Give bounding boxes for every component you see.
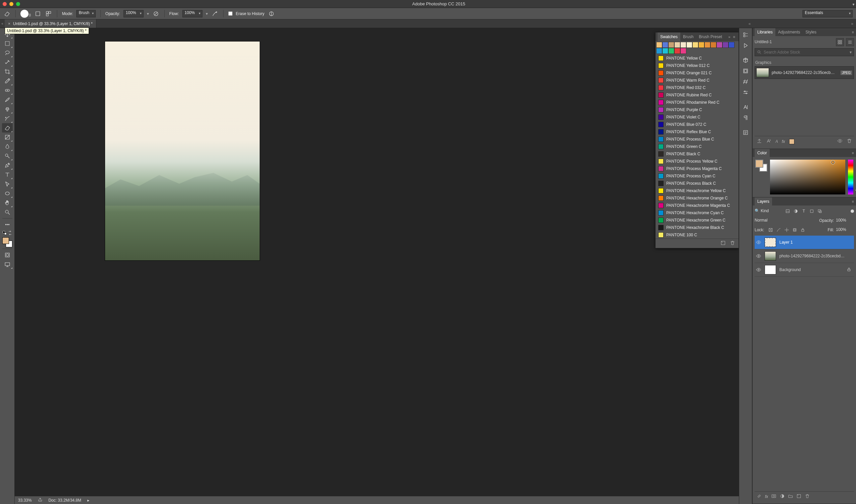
lock-all-icon[interactable] bbox=[800, 227, 806, 233]
swatch-chip[interactable] bbox=[698, 42, 705, 48]
mode-select[interactable]: Brush bbox=[76, 10, 95, 17]
lasso-tool[interactable] bbox=[2, 48, 13, 57]
minimize-window[interactable] bbox=[10, 2, 13, 6]
swatch-chip[interactable] bbox=[674, 48, 680, 54]
lock-icon[interactable] bbox=[846, 267, 851, 273]
hand-tool[interactable] bbox=[2, 198, 13, 208]
swatch-chip[interactable] bbox=[710, 42, 716, 48]
actions-panel-icon[interactable] bbox=[741, 41, 750, 50]
dodge-tool[interactable] bbox=[2, 151, 13, 161]
share-icon[interactable] bbox=[38, 497, 42, 503]
swatch-item[interactable]: PANTONE Process Blue C bbox=[656, 136, 738, 143]
swatch-chip[interactable] bbox=[680, 42, 686, 48]
tab-brush[interactable]: Brush bbox=[680, 33, 696, 41]
filter-toggle[interactable] bbox=[851, 210, 854, 213]
library-visibility-icon[interactable] bbox=[837, 138, 843, 145]
panel-collapse-left[interactable]: « bbox=[749, 21, 751, 26]
edit-toolbar[interactable] bbox=[2, 220, 13, 229]
tab-handle[interactable]: « bbox=[0, 22, 5, 25]
swatch-item[interactable]: PANTONE Process Cyan C bbox=[656, 172, 738, 180]
history-panel-icon[interactable] bbox=[741, 30, 750, 39]
layer-fill-select[interactable]: 100% bbox=[836, 226, 854, 234]
swatch-item[interactable]: PANTONE Hexachrome Orange C bbox=[656, 195, 738, 202]
swatch-item[interactable]: PANTONE Process Black C bbox=[656, 180, 738, 187]
layer-opacity-select[interactable]: 100% bbox=[836, 217, 854, 224]
swatches-list[interactable]: PANTONE Yellow CPANTONE Yellow 012 CPANT… bbox=[656, 55, 738, 239]
add-layer-style-icon[interactable]: fx bbox=[782, 139, 785, 144]
swatch-item[interactable]: PANTONE Red 032 C bbox=[656, 84, 738, 91]
swatch-item[interactable]: PANTONE Hexachrome Cyan C bbox=[656, 209, 738, 217]
airbrush-icon[interactable] bbox=[211, 10, 218, 17]
swatch-chip[interactable] bbox=[716, 42, 723, 48]
layer-name[interactable]: photo-1429279684222-2c35cecbd… bbox=[779, 254, 853, 258]
add-graphic-icon[interactable] bbox=[756, 138, 762, 145]
notes-panel-icon[interactable] bbox=[741, 128, 750, 137]
add-color-icon[interactable] bbox=[789, 139, 795, 144]
history-brush-tool[interactable] bbox=[2, 114, 13, 123]
tab-styles[interactable]: Styles bbox=[803, 28, 819, 36]
lock-transparent-icon[interactable] bbox=[768, 227, 774, 233]
swatch-chip[interactable] bbox=[656, 48, 662, 54]
swatch-chip[interactable] bbox=[662, 48, 668, 54]
marquee-tool[interactable] bbox=[2, 39, 13, 48]
healing-brush-tool[interactable] bbox=[2, 86, 13, 95]
swatch-item[interactable]: PANTONE Process Yellow C bbox=[656, 158, 738, 165]
swatch-chip[interactable] bbox=[686, 42, 692, 48]
list-view-icon[interactable] bbox=[846, 38, 854, 46]
delete-layer-icon[interactable] bbox=[805, 493, 810, 500]
swatch-chip[interactable] bbox=[662, 42, 668, 48]
eraser-tool[interactable] bbox=[2, 123, 13, 132]
opacity-select[interactable]: 100% bbox=[124, 10, 144, 17]
flow-select[interactable]: 100% bbox=[182, 10, 202, 17]
swatch-item[interactable]: PANTONE Orange 021 C bbox=[656, 69, 738, 77]
visibility-icon[interactable] bbox=[756, 267, 761, 272]
adjustments-panel-icon[interactable] bbox=[741, 88, 750, 97]
status-more-icon[interactable]: ▸ bbox=[87, 498, 89, 503]
swatch-item[interactable]: PANTONE Green C bbox=[656, 143, 738, 150]
character-panel-icon[interactable] bbox=[741, 103, 750, 112]
brush-picker-icon[interactable] bbox=[34, 10, 41, 17]
color-field[interactable] bbox=[770, 160, 845, 195]
3d-panel-icon[interactable] bbox=[741, 56, 750, 65]
swatch-item[interactable]: PANTONE 100 C bbox=[656, 231, 738, 239]
tab-layers[interactable]: Layers bbox=[755, 197, 772, 205]
color-swatch-pair[interactable] bbox=[755, 160, 767, 195]
swatch-chip[interactable] bbox=[656, 42, 662, 48]
filter-type-select[interactable]: 🔍 Kind bbox=[755, 208, 781, 215]
filter-shape-icon[interactable] bbox=[809, 208, 815, 214]
panel-collapse-icon[interactable]: » bbox=[727, 35, 732, 39]
visibility-icon[interactable] bbox=[756, 240, 761, 245]
panel-menu-icon[interactable]: ≡ bbox=[732, 35, 736, 39]
layer-name[interactable]: Background bbox=[779, 267, 843, 272]
search-input[interactable] bbox=[764, 50, 848, 55]
swatch-item[interactable]: PANTONE Hexachrome Yellow C bbox=[656, 187, 738, 195]
clone-stamp-tool[interactable] bbox=[2, 104, 13, 114]
blend-mode-select[interactable]: Normal bbox=[755, 217, 817, 224]
swatch-item[interactable]: PANTONE Process Magenta C bbox=[656, 165, 738, 172]
blur-tool[interactable] bbox=[2, 142, 13, 151]
swatch-chip[interactable] bbox=[723, 42, 729, 48]
swatch-item[interactable]: PANTONE Yellow 012 C bbox=[656, 62, 738, 69]
filter-type-icon[interactable]: T bbox=[801, 208, 807, 214]
swatch-item[interactable]: PANTONE Black C bbox=[656, 150, 738, 158]
foreground-color[interactable] bbox=[755, 160, 763, 168]
doc-info[interactable]: Doc: 33.2M/34.8M bbox=[49, 498, 81, 503]
erase-history-checkbox[interactable] bbox=[228, 12, 233, 16]
library-search[interactable]: ▾ bbox=[755, 48, 854, 56]
swatch-chip[interactable] bbox=[680, 48, 686, 54]
lock-position-icon[interactable] bbox=[784, 227, 790, 233]
tab-brush-presets[interactable]: Brush Preset bbox=[696, 33, 725, 41]
visibility-icon[interactable] bbox=[756, 253, 761, 259]
swatch-item[interactable]: PANTONE Rhodamine Red C bbox=[656, 99, 738, 106]
tab-libraries[interactable]: Libraries bbox=[755, 28, 775, 36]
swatch-chip[interactable] bbox=[729, 42, 734, 48]
lock-artboard-icon[interactable] bbox=[792, 227, 798, 233]
swatch-chip[interactable] bbox=[692, 42, 698, 48]
tab-swatches[interactable]: Swatches bbox=[658, 33, 680, 41]
info-panel-icon[interactable] bbox=[741, 77, 750, 86]
swap-colors-icon[interactable] bbox=[8, 231, 12, 235]
panel-menu-icon[interactable]: ≡ bbox=[852, 199, 854, 203]
brush-tool[interactable] bbox=[2, 95, 13, 104]
swatch-chip[interactable] bbox=[705, 42, 710, 48]
layer-item[interactable]: photo-1429279684222-2c35cecbd… bbox=[755, 249, 854, 263]
